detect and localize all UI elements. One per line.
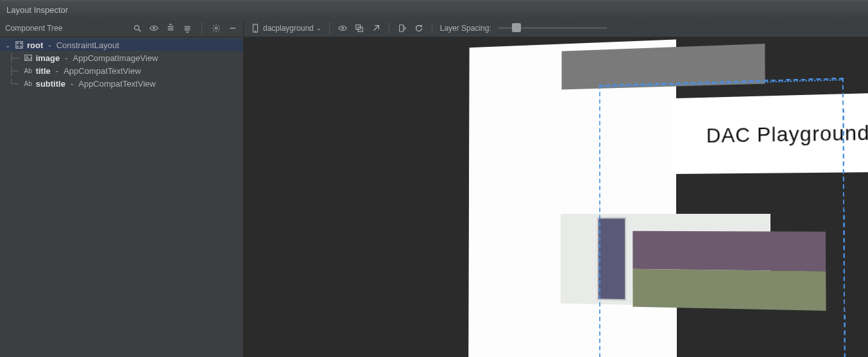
window-title: Layout Inspector <box>6 5 68 15</box>
separator <box>389 22 389 34</box>
svg-rect-11 <box>16 42 23 49</box>
layout-icon <box>14 40 24 50</box>
tree-node-subtitle[interactable]: └─ Ab subtitle - AppCompatTextView <box>0 77 243 90</box>
svg-point-15 <box>21 46 22 48</box>
expand-all-icon[interactable] <box>166 23 176 33</box>
tree-branch-icon: ├─ <box>9 53 18 63</box>
node-type: AppCompatImageView <box>73 53 158 63</box>
slider-thumb[interactable] <box>512 23 521 32</box>
overlay-icon[interactable] <box>354 23 364 33</box>
minimize-icon[interactable] <box>228 23 238 33</box>
eye-icon[interactable] <box>337 23 348 33</box>
svg-point-12 <box>17 43 19 44</box>
process-selector[interactable]: dacplayground ⌄ <box>250 23 321 33</box>
layout-inspector-window: Layout Inspector Component Tree ⌄ <box>0 0 868 357</box>
svg-point-0 <box>135 25 139 30</box>
layer-spacing-slider[interactable] <box>498 27 607 29</box>
svg-point-2 <box>153 27 155 29</box>
tree-toolbar-icons <box>132 22 238 34</box>
eye-icon[interactable] <box>149 23 159 33</box>
main-toolbar: dacplayground ⌄ Layer Spacing: <box>244 19 868 37</box>
svg-line-1 <box>139 29 141 31</box>
device-icon <box>250 23 260 33</box>
text-icon: Ab <box>23 78 33 89</box>
component-tree-toolbar: Component Tree <box>0 19 243 37</box>
separator <box>432 22 432 34</box>
process-name: dacplayground <box>263 24 314 33</box>
svg-point-20 <box>341 27 343 29</box>
collapse-all-icon[interactable] <box>182 23 192 33</box>
live-updates-icon[interactable] <box>397 23 407 33</box>
svg-point-14 <box>17 46 19 48</box>
node-name: subtitle <box>36 79 65 89</box>
chevron-down-icon[interactable]: ⌄ <box>5 42 12 49</box>
gear-icon[interactable] <box>211 23 221 33</box>
svg-rect-24 <box>399 24 403 31</box>
layout-3d-scene: DAC Playground <box>279 37 868 357</box>
refresh-icon[interactable] <box>414 23 424 33</box>
tree-node-title[interactable]: ├─ Ab title - AppCompatTextView <box>0 64 243 77</box>
node-type: AppCompatTextView <box>78 79 155 89</box>
svg-point-13 <box>21 43 22 44</box>
text-icon: Ab <box>23 65 33 76</box>
svg-point-17 <box>26 57 28 58</box>
chevron-down-icon: ⌄ <box>316 24 321 31</box>
node-name: title <box>36 66 51 76</box>
selection-bounds <box>599 78 846 357</box>
main-panel: dacplayground ⌄ Layer Spacing: <box>244 19 868 357</box>
node-type: ConstraintLayout <box>56 40 119 50</box>
separator <box>201 22 202 34</box>
svg-line-23 <box>373 25 379 30</box>
tree-node-image[interactable]: ├─ image - AppCompatImageView <box>0 51 243 64</box>
export-icon[interactable] <box>371 23 381 33</box>
node-name: root <box>27 40 43 50</box>
component-tree-panel: Component Tree ⌄ root - Constr <box>0 19 244 357</box>
layer-spacing-label: Layer Spacing: <box>440 24 491 33</box>
layout-3d-viewport[interactable]: DAC Playground <box>244 37 868 357</box>
tree-branch-icon: ├─ <box>9 66 18 76</box>
content-split: Component Tree ⌄ root - Constr <box>0 19 868 357</box>
svg-point-9 <box>215 27 217 30</box>
search-icon[interactable] <box>132 23 142 33</box>
tree-node-root[interactable]: ⌄ root - ConstraintLayout <box>0 39 243 51</box>
image-icon <box>23 53 33 63</box>
component-tree-label: Component Tree <box>5 24 132 33</box>
component-tree[interactable]: ⌄ root - ConstraintLayout ├─ image - App… <box>0 37 243 357</box>
title-bar: Layout Inspector <box>0 0 868 19</box>
slider-track[interactable] <box>498 27 607 29</box>
separator <box>329 22 330 34</box>
tree-branch-icon: └─ <box>9 79 18 89</box>
node-name: image <box>36 53 60 63</box>
node-type: AppCompatTextView <box>64 66 140 76</box>
